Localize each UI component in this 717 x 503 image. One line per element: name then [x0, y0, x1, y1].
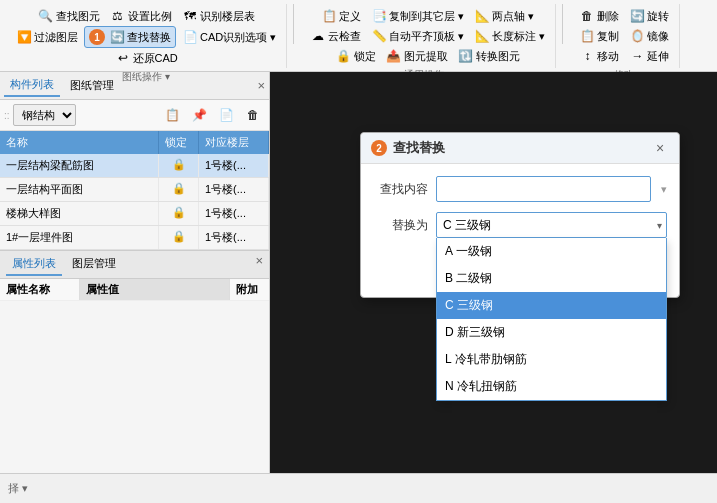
lock-btn[interactable]: 🔒 锁定 [332, 46, 380, 66]
props-panel: 属性列表 图层管理 × 属性名称 属性值 附加 [0, 250, 269, 473]
delete-label: 删除 [597, 9, 619, 24]
close-top-panel[interactable]: × [257, 78, 265, 93]
grip-icon: :: [4, 110, 10, 121]
tab-props-list[interactable]: 属性列表 [6, 253, 62, 276]
row-name: 楼梯大样图 [0, 202, 159, 225]
dropdown-item-2[interactable]: C 三级钢 [437, 292, 666, 319]
copy-label: 复制 [597, 29, 619, 44]
copy-layer-label: 复制到其它层 ▾ [389, 9, 464, 24]
structure-select[interactable]: 钢结构 [13, 104, 76, 126]
table-row[interactable]: 楼梯大样图 🔒 1号楼(... [0, 202, 269, 226]
dropdown-item-3[interactable]: D 新三级钢 [437, 319, 666, 346]
tab-drawing-mgmt[interactable]: 图纸管理 [64, 75, 120, 96]
delete-component-btn[interactable]: 🗑 [241, 103, 265, 127]
delete-btn[interactable]: 🗑 删除 [575, 6, 623, 26]
tab-component-list[interactable]: 构件列表 [4, 74, 60, 97]
modal-overlay: 2 查找替换 × 查找内容 ▾ 替换为 [270, 72, 717, 473]
two-point-axis-btn[interactable]: 📐 两点轴 ▾ [470, 6, 538, 26]
group1-label: 图纸操作 ▾ [122, 70, 170, 84]
dropdown-item-1[interactable]: B 二级钢 [437, 265, 666, 292]
toolbar-group-general: 📋 定义 📑 复制到其它层 ▾ 📐 两点轴 ▾ ☁ 云检查 📏 自动平齐顶板 ▾ [300, 4, 556, 68]
convert-icon: 🔃 [458, 48, 474, 64]
replace-select[interactable]: C 三级钢 ▾ [436, 212, 667, 238]
dialog-title-text: 查找替换 [393, 139, 445, 157]
filter-label: 过滤图层 [34, 30, 78, 45]
restore-cad-btn[interactable]: ↩ 还原CAD [111, 48, 182, 68]
extend-label: 延伸 [647, 49, 669, 64]
panel-controls: :: 钢结构 📋 📌 📄 🗑 [0, 100, 269, 131]
table-row[interactable]: 一层结构梁配筋图 🔒 1号楼(... [0, 154, 269, 178]
filter-icon: 🔽 [16, 29, 32, 45]
dropdown-item-4[interactable]: L 冷轧带肋钢筋 [437, 346, 666, 373]
identify-cad-options-btn[interactable]: 📄 CAD识别选项 ▾ [178, 27, 280, 47]
two-point-icon: 📐 [474, 8, 490, 24]
cloud-check-btn[interactable]: ☁ 云检查 [306, 26, 365, 46]
row-locked: 🔒 [159, 178, 199, 201]
paste-component-btn[interactable]: 📌 [187, 103, 211, 127]
table-row[interactable]: 一层结构平面图 🔒 1号楼(... [0, 178, 269, 202]
length-mark-btn[interactable]: 📐 长度标注 ▾ [470, 26, 549, 46]
dialog-body: 查找内容 ▾ 替换为 C 三级钢 ▾ [361, 164, 679, 297]
props-header-value: 属性值 [80, 279, 229, 300]
badge-2: 2 [371, 140, 387, 156]
mirror-btn[interactable]: 🪞 镜像 [625, 26, 673, 46]
toolbar: 🔍 查找图元 ⚖ 设置比例 🗺 识别楼层表 🔽 过滤图层 1 🔄 查找替换 [0, 0, 717, 72]
extract-btn[interactable]: 📤 图元提取 [382, 46, 452, 66]
auto-level-icon: 📏 [371, 28, 387, 44]
dropdown-item-0[interactable]: A 一级钢 [437, 238, 666, 265]
tab-layer-mgmt[interactable]: 图层管理 [66, 253, 122, 276]
row-name: 一层结构梁配筋图 [0, 154, 159, 177]
mirror-icon: 🪞 [629, 28, 645, 44]
left-panel: 构件列表 图纸管理 × :: 钢结构 📋 📌 📄 🗑 名称 锁定 对应楼层 [0, 72, 270, 473]
identify-layer-label: 识别楼层表 [200, 9, 255, 24]
lock-icon-row: 🔒 [172, 158, 186, 170]
canvas-area[interactable]: 2 查找替换 × 查找内容 ▾ 替换为 [270, 72, 717, 473]
rotate-btn[interactable]: 🔄 旋转 [625, 6, 673, 26]
table-row[interactable]: 1#一层埋件图 🔒 1号楼(... [0, 226, 269, 250]
row-floor: 1号楼(... [199, 226, 269, 249]
find-replace-dialog: 2 查找替换 × 查找内容 ▾ 替换为 [360, 132, 680, 298]
dropdown-item-5[interactable]: N 冷轧扭钢筋 [437, 373, 666, 400]
copy-layer-icon: 📑 [371, 8, 387, 24]
lock-icon: 🔒 [336, 48, 352, 64]
convert-btn[interactable]: 🔃 转换图元 [454, 46, 524, 66]
identify-layer-btn[interactable]: 🗺 识别楼层表 [178, 6, 259, 26]
move-btn[interactable]: ↕ 移动 [575, 46, 623, 66]
find-replace-btn[interactable]: 1 🔄 查找替换 [84, 26, 176, 48]
extend-btn[interactable]: → 延伸 [625, 46, 673, 66]
row-locked: 🔒 [159, 202, 199, 225]
find-label: 查找内容 [373, 181, 428, 198]
dropdown-list: A 一级钢 B 二级钢 C 三级钢 D 新三级钢 L 冷轧带肋钢筋 N 冷轧扭钢… [436, 238, 667, 401]
auto-level-btn[interactable]: 📏 自动平齐顶板 ▾ [367, 26, 468, 46]
move-icon: ↕ [579, 48, 595, 64]
new-component-btn[interactable]: 📄 [214, 103, 238, 127]
status-bar: 择 ▾ [0, 473, 717, 503]
length-mark-label: 长度标注 ▾ [492, 29, 545, 44]
status-text: 择 ▾ [8, 481, 28, 496]
replace-row: 替换为 C 三级钢 ▾ A 一级钢 B 二级钢 C 三级钢 D [373, 212, 667, 238]
find-replace-label: 查找替换 [127, 30, 171, 45]
copy-icon: 📋 [579, 28, 595, 44]
row-floor: 1号楼(... [199, 178, 269, 201]
filter-image-btn[interactable]: 🔽 过滤图层 [12, 27, 82, 47]
copy-btn[interactable]: 📋 复制 [575, 26, 623, 46]
components-table-header: 名称 锁定 对应楼层 [0, 131, 269, 154]
copy-layer-btn[interactable]: 📑 复制到其它层 ▾ [367, 6, 468, 26]
set-scale-btn[interactable]: ⚖ 设置比例 [106, 6, 176, 26]
toolbar-group-find: 🔍 查找图元 ⚖ 设置比例 🗺 识别楼层表 🔽 过滤图层 1 🔄 查找替换 [6, 4, 287, 68]
replace-select-container: C 三级钢 ▾ A 一级钢 B 二级钢 C 三级钢 D 新三级钢 L 冷轧带肋钢… [436, 212, 667, 238]
find-row: 查找内容 ▾ [373, 176, 667, 202]
copy-component-btn[interactable]: 📋 [160, 103, 184, 127]
props-header-add: 附加 [229, 279, 269, 300]
close-props-panel[interactable]: × [255, 253, 263, 276]
header-name: 名称 [0, 131, 159, 154]
extract-label: 图元提取 [404, 49, 448, 64]
lock-label: 锁定 [354, 49, 376, 64]
dialog-close-btn[interactable]: × [651, 139, 669, 157]
find-input[interactable] [436, 176, 651, 202]
move-label: 移动 [597, 49, 619, 64]
define-btn[interactable]: 📋 定义 [317, 6, 365, 26]
find-element-btn[interactable]: 🔍 查找图元 [34, 6, 104, 26]
cloud-icon: ☁ [310, 28, 326, 44]
dialog-title: 2 查找替换 [371, 139, 445, 157]
